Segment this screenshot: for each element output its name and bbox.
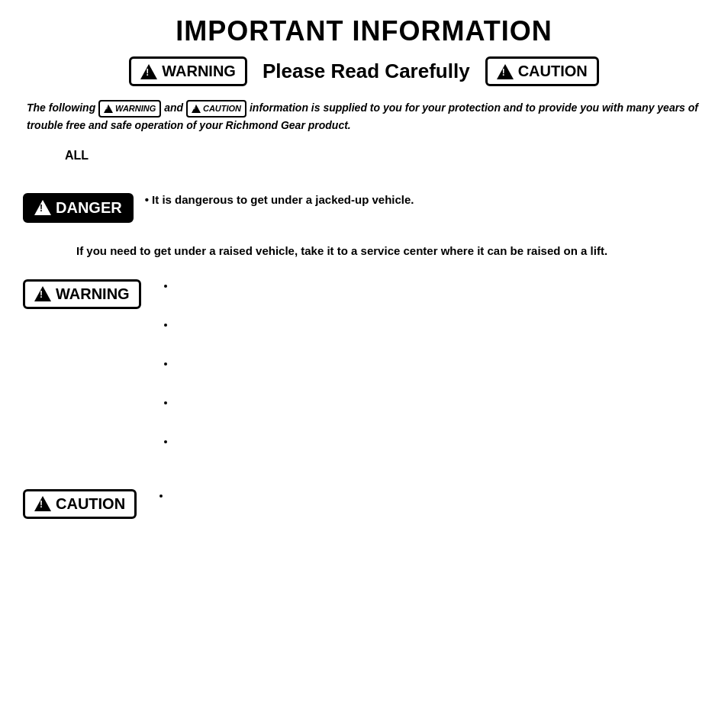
- danger-triangle-icon: [34, 200, 51, 215]
- warning-bullet-4: [176, 395, 705, 411]
- warning-badge-header: WARNING: [129, 56, 247, 86]
- warning-section: WARNING: [23, 278, 705, 472]
- all-label: ALL: [23, 149, 705, 163]
- caution-badge-box: CAUTION: [23, 489, 137, 519]
- caution-bullet-1: [171, 488, 705, 504]
- danger-bullet: It is dangerous to get under a jacked-up…: [145, 192, 705, 209]
- caution-bullets-list: [148, 488, 705, 504]
- caution-badge-section: CAUTION: [23, 489, 137, 519]
- warning-inline-badge: WARNING: [98, 100, 161, 118]
- please-read-label: Please Read Carefully: [263, 60, 470, 83]
- danger-section: DANGER It is dangerous to get under a ja…: [23, 192, 705, 223]
- danger-label: DANGER: [56, 199, 122, 217]
- intro-text: The following WARNING and CAUTION inform…: [23, 100, 705, 134]
- intro-text-before: The following: [27, 101, 95, 114]
- warning-bullet-2: [176, 317, 705, 333]
- caution-inline-badge: CAUTION: [186, 100, 246, 118]
- warning-label-header: WARNING: [162, 63, 236, 80]
- danger-badge-box: DANGER: [23, 193, 134, 223]
- danger-badge: DANGER: [23, 193, 134, 223]
- danger-sub-text: If you need to get under a raised vehicl…: [23, 242, 705, 260]
- caution-inline-label: CAUTION: [203, 102, 241, 115]
- warning-badge-box: WARNING: [23, 279, 141, 309]
- warning-inline-icon: [104, 105, 113, 113]
- intro-and-text: and: [164, 101, 183, 114]
- warning-bullet-1: [176, 278, 705, 294]
- danger-content: It is dangerous to get under a jacked-up…: [145, 192, 705, 215]
- warning-triangle-icon: [140, 64, 157, 79]
- warning-badge-section: WARNING: [23, 279, 141, 309]
- warning-content: [153, 278, 705, 472]
- warning-label-section: WARNING: [56, 285, 130, 303]
- warning-bullet-3: [176, 356, 705, 372]
- caution-triangle-icon-header: [497, 64, 514, 79]
- warning-inline-label: WARNING: [115, 102, 156, 115]
- header-row: WARNING Please Read Carefully CAUTION: [23, 56, 705, 86]
- caution-content: [148, 488, 705, 527]
- warning-bullet-5: [176, 433, 705, 449]
- warning-bullets-list: [153, 278, 705, 449]
- caution-section: CAUTION: [23, 488, 705, 527]
- caution-triangle-icon-section: [34, 496, 51, 511]
- caution-inline-icon: [192, 105, 201, 113]
- caution-label-header: CAUTION: [518, 63, 588, 80]
- caution-label-section: CAUTION: [56, 495, 125, 513]
- warning-triangle-icon-section: [34, 286, 51, 301]
- caution-badge-header: CAUTION: [485, 56, 599, 86]
- page-title: IMPORTANT INFORMATION: [23, 15, 705, 47]
